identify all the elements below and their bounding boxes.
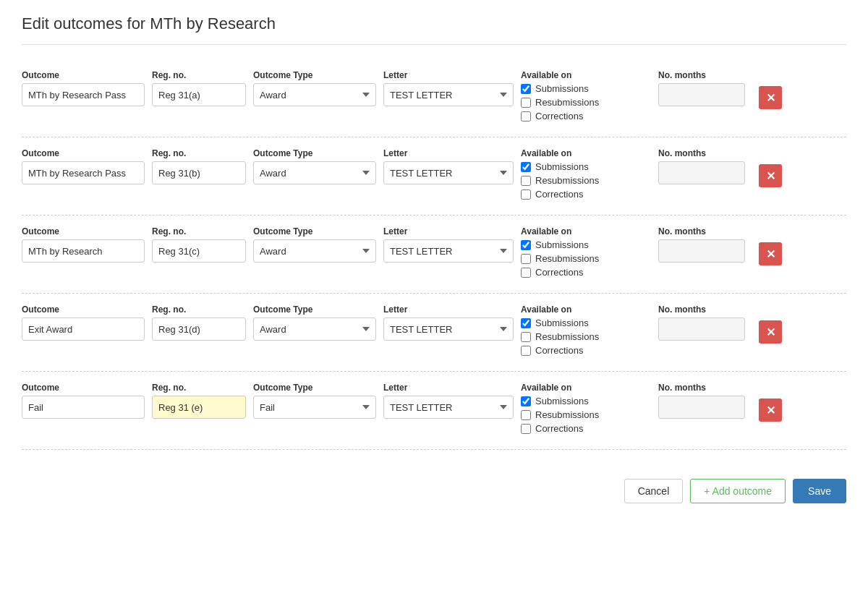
resubmissions-label-4: Resubmissions [535,331,599,342]
available-col-5: Available on Submissions Resubmissions [521,383,651,434]
resubmissions-label-1: Resubmissions [535,97,599,108]
submissions-checkbox-2[interactable] [521,162,531,172]
corrections-checkbox-4[interactable] [521,346,531,356]
submissions-checkbox-label-2[interactable]: Submissions [521,161,651,172]
outcome-type-select-3[interactable]: AwardFailReferDeferDistinctionMerit [253,239,376,263]
corrections-checkbox-2[interactable] [521,189,531,200]
outcome-input-1[interactable] [22,83,145,106]
type-label-5: Outcome Type [253,383,376,393]
delete-button-2[interactable]: ✕ [759,164,782,187]
resubmissions-checkbox-label-3[interactable]: Resubmissions [521,253,651,264]
type-label-3: Outcome Type [253,226,376,236]
months-input-2[interactable] [658,161,745,184]
corrections-checkbox-label-2[interactable]: Corrections [521,189,651,200]
reg-input-2[interactable] [152,161,246,184]
resubmissions-label-2: Resubmissions [535,175,599,186]
resubmissions-checkbox-1[interactable] [521,98,531,108]
submissions-checkbox-label-1[interactable]: Submissions [521,83,651,94]
outcome-row-1: Outcome Reg. no. Outcome Type AwardFailR… [22,59,846,137]
submissions-checkbox-label-4[interactable]: Submissions [521,317,651,328]
outcome-col-3: Outcome [22,226,145,263]
outcome-type-select-2[interactable]: AwardFailReferDeferDistinctionMerit [253,161,376,184]
resubmissions-checkbox-label-4[interactable]: Resubmissions [521,331,651,342]
months-col-5: No. months [658,383,745,419]
resubmissions-checkbox-3[interactable] [521,254,531,264]
outcome-input-4[interactable] [22,317,145,341]
letter-col-5: Letter TEST LETTER [383,383,514,419]
submissions-checkbox-label-3[interactable]: Submissions [521,239,651,250]
corrections-checkbox-label-5[interactable]: Corrections [521,423,651,434]
corrections-checkbox-label-4[interactable]: Corrections [521,345,651,356]
corrections-checkbox-label-1[interactable]: Corrections [521,111,651,122]
available-checkboxes-3: Submissions Resubmissions Corrections [521,239,651,278]
save-button[interactable]: Save [793,479,846,503]
letter-col-1: Letter TEST LETTER [383,70,514,106]
cancel-button[interactable]: Cancel [624,479,684,503]
type-label-1: Outcome Type [253,70,376,80]
months-input-3[interactable] [658,239,745,263]
outcome-row-2: Outcome Reg. no. Outcome Type AwardFailR… [22,137,846,216]
delete-button-5[interactable]: ✕ [759,398,782,422]
submissions-checkbox-4[interactable] [521,318,531,328]
reg-label-2: Reg. no. [152,148,246,158]
resubmissions-checkbox-label-1[interactable]: Resubmissions [521,97,651,108]
months-col-3: No. months [658,226,745,263]
outcome-label-1: Outcome [22,70,145,80]
submissions-label-4: Submissions [535,317,589,328]
corrections-checkbox-1[interactable] [521,111,531,122]
reg-input-4[interactable] [152,317,246,341]
outcome-input-5[interactable] [22,396,145,419]
letter-select-3[interactable]: TEST LETTER [383,239,514,263]
type-label-4: Outcome Type [253,304,376,315]
type-col-4: Outcome Type AwardFailReferDeferDistinct… [253,304,376,341]
delete-col-2: ✕ [752,148,788,187]
outcome-input-2[interactable] [22,161,145,184]
submissions-checkbox-1[interactable] [521,84,531,94]
letter-select-1[interactable]: TEST LETTER [383,83,514,106]
reg-col-5: Reg. no. [152,383,246,419]
months-input-5[interactable] [658,396,745,419]
available-col-4: Available on Submissions Resubmissions [521,304,651,356]
delete-button-4[interactable]: ✕ [759,320,782,344]
corrections-checkbox-label-3[interactable]: Corrections [521,267,651,278]
letter-select-2[interactable]: TEST LETTER [383,161,514,184]
outcome-type-select-1[interactable]: AwardFailReferDeferDistinctionMerit [253,83,376,106]
months-label-5: No. months [658,383,745,393]
resubmissions-checkbox-5[interactable] [521,410,531,420]
months-input-1[interactable] [658,83,745,106]
delete-button-1[interactable]: ✕ [759,86,782,109]
delete-col-5: ✕ [752,383,788,422]
add-outcome-button[interactable]: + Add outcome [690,479,786,503]
resubmissions-checkbox-label-5[interactable]: Resubmissions [521,409,651,420]
submissions-checkbox-label-5[interactable]: Submissions [521,396,651,406]
submissions-checkbox-3[interactable] [521,240,531,250]
outcome-input-3[interactable] [22,239,145,263]
resubmissions-checkbox-2[interactable] [521,176,531,186]
reg-input-5[interactable] [152,396,246,419]
corrections-checkbox-5[interactable] [521,424,531,434]
outcome-type-select-5[interactable]: AwardFailReferDeferDistinctionMerit [253,396,376,419]
available-label-1: Available on [521,70,651,80]
delete-button-3[interactable]: ✕ [759,242,782,265]
reg-input-1[interactable] [152,83,246,106]
outcome-type-select-4[interactable]: AwardFailReferDeferDistinctionMerit [253,317,376,341]
letter-select-4[interactable]: TEST LETTER [383,317,514,341]
submissions-checkbox-5[interactable] [521,396,531,406]
resubmissions-checkbox-label-2[interactable]: Resubmissions [521,175,651,186]
letter-label-4: Letter [383,304,514,315]
available-col-1: Available on Submissions Resubmissions [521,70,651,122]
resubmissions-checkbox-4[interactable] [521,332,531,342]
letter-col-4: Letter TEST LETTER [383,304,514,341]
months-input-4[interactable] [658,317,745,341]
letter-col-2: Letter TEST LETTER [383,148,514,184]
letter-select-5[interactable]: TEST LETTER [383,396,514,419]
reg-input-3[interactable] [152,239,246,263]
available-checkboxes-1: Submissions Resubmissions Corrections [521,83,651,122]
outcome-label-2: Outcome [22,148,145,158]
available-checkboxes-2: Submissions Resubmissions Corrections [521,161,651,200]
corrections-checkbox-3[interactable] [521,268,531,278]
available-label-5: Available on [521,383,651,393]
corrections-label-1: Corrections [535,111,583,122]
delete-col-3: ✕ [752,226,788,265]
outcome-row-3: Outcome Reg. no. Outcome Type AwardFailR… [22,216,846,294]
